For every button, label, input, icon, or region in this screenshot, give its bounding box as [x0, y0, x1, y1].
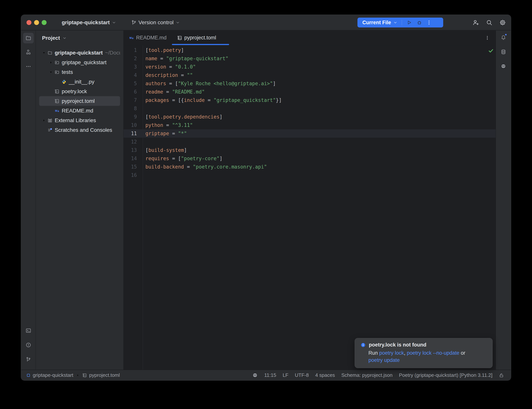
code-editor[interactable]: 1[tool.poetry]2name = "griptape-quicksta…: [124, 46, 496, 370]
structure-tool-button[interactable]: [24, 48, 33, 56]
line-number[interactable]: 14: [124, 154, 137, 163]
code-line-8[interactable]: 8: [124, 104, 496, 113]
line-separator[interactable]: LF: [283, 372, 288, 378]
project-selector[interactable]: griptape-quickstart: [62, 19, 116, 26]
desktop-background: griptape-quickstart Version control Curr…: [0, 0, 532, 409]
code-line-10[interactable]: 10python = "^3.11": [124, 121, 496, 129]
copilot-status[interactable]: [252, 372, 258, 378]
debug-button[interactable]: [416, 19, 422, 26]
notification-link[interactable]: poetry lock: [379, 350, 404, 356]
notification-text: ,: [404, 350, 407, 356]
code-line-5[interactable]: 5authors = ["Kyle Roche <hello@griptape.…: [124, 79, 496, 88]
line-number[interactable]: 6: [124, 88, 137, 96]
line-number[interactable]: 5: [124, 79, 137, 88]
line-number[interactable]: 15: [124, 163, 137, 171]
write-access-lock[interactable]: [499, 373, 504, 378]
breadcrumb-item[interactable]: [T]pyproject.toml: [82, 372, 120, 378]
chevron-right-icon[interactable]: [41, 118, 47, 122]
terminal-tool-button[interactable]: [24, 326, 33, 335]
code-line-3[interactable]: 3version = "0.1.0": [124, 63, 496, 71]
chevron-down-icon[interactable]: [41, 51, 47, 55]
line-number[interactable]: 12: [124, 138, 137, 146]
add-user-button[interactable]: [472, 19, 479, 26]
line-number[interactable]: 8: [124, 104, 137, 113]
more-run-options-button[interactable]: [426, 20, 432, 25]
code-line-11[interactable]: 11griptape = "*": [124, 129, 496, 138]
code-line-12[interactable]: 12: [124, 138, 496, 146]
tree-item--init-py[interactable]: __init__.py: [39, 77, 120, 86]
tree-item-external-libraries[interactable]: External Libraries: [39, 115, 120, 125]
indent-style[interactable]: 4 spaces: [315, 372, 335, 378]
line-number[interactable]: 7: [124, 96, 137, 104]
tab-readme-md[interactable]: MREADME.md: [124, 30, 172, 45]
line-number[interactable]: 10: [124, 121, 137, 129]
project-tool-button[interactable]: [23, 33, 34, 43]
ai-assistant-button[interactable]: [499, 62, 508, 70]
close-window-button[interactable]: [27, 20, 31, 25]
database-tool-button[interactable]: [499, 48, 508, 56]
json-schema[interactable]: Schema: pyproject.json: [341, 372, 393, 378]
tree-item-poetry-lock[interactable]: [T]poetry.lock: [39, 86, 120, 96]
chevron-down-icon[interactable]: [393, 20, 398, 25]
right-tool-stripe: [496, 30, 511, 370]
code-line-15[interactable]: 15build-backend = "poetry.core.masonry.a…: [124, 163, 496, 171]
tree-item-tests[interactable]: tests: [39, 67, 120, 77]
more-tools-button[interactable]: [24, 62, 33, 71]
line-number[interactable]: 11: [124, 129, 137, 138]
code-line-16[interactable]: 16: [124, 171, 496, 179]
tree-item-griptape-quickstart[interactable]: griptape_quickstart: [39, 57, 120, 67]
notification-link[interactable]: poetry update: [368, 357, 400, 363]
search-everywhere-button[interactable]: [486, 19, 492, 26]
tab-pyproject-toml[interactable]: [T]pyproject.toml: [172, 30, 229, 45]
tree-item-label: External Libraries: [55, 117, 96, 123]
ide-window: griptape-quickstart Version control Curr…: [21, 15, 511, 381]
version-control-tool-button[interactable]: [24, 355, 33, 363]
code-line-2[interactable]: 2name = "griptape-quickstart": [124, 54, 496, 63]
problems-tool-button[interactable]: [24, 341, 33, 349]
python-interpreter[interactable]: Poetry (griptape-quickstart) [Python 3.1…: [399, 372, 492, 378]
line-number[interactable]: 16: [124, 171, 137, 179]
code-line-4[interactable]: 4description = "": [124, 71, 496, 79]
run-button[interactable]: [406, 19, 412, 26]
line-number[interactable]: 1: [124, 46, 137, 54]
tree-item-scratches-and-consoles[interactable]: Scratches and Consoles: [39, 125, 120, 135]
fullscreen-window-button[interactable]: [42, 20, 46, 25]
settings-gear-button[interactable]: [499, 19, 506, 26]
tree-item-griptape-quickstart[interactable]: griptape-quickstart~/Docume: [39, 48, 120, 57]
notification-text: or: [459, 350, 465, 356]
chevron-down-icon[interactable]: [48, 70, 54, 74]
line-number[interactable]: 9: [124, 113, 137, 121]
vcs-widget[interactable]: Version control: [131, 19, 180, 26]
notification-link[interactable]: poetry lock --no-update: [407, 350, 459, 356]
line-number[interactable]: 2: [124, 54, 137, 63]
status-label: Schema: pyproject.json: [341, 372, 393, 378]
tree-item-pyproject-toml[interactable]: [T]pyproject.toml: [39, 96, 120, 106]
close-tab-button[interactable]: [219, 36, 224, 40]
minimize-window-button[interactable]: [34, 20, 39, 25]
run-configuration-selector[interactable]: Current File: [362, 20, 391, 26]
tab-options-kebab-button[interactable]: [485, 35, 490, 40]
code-line-6[interactable]: 6readme = "README.md": [124, 88, 496, 96]
run-widget: Current File: [358, 18, 443, 28]
project-panel-header[interactable]: Project: [36, 30, 123, 46]
code-line-14[interactable]: 14requires = ["poetry-core"]: [124, 154, 496, 163]
toml-icon: [T]: [82, 373, 87, 378]
folder-icon: [47, 50, 53, 55]
toml-icon: [T]: [54, 99, 60, 103]
code-line-9[interactable]: 9[tool.poetry.dependencies]: [124, 113, 496, 121]
title-bar: griptape-quickstart Version control Curr…: [21, 15, 511, 30]
breadcrumb-item[interactable]: griptape-quickstart: [26, 372, 73, 378]
line-number[interactable]: 13: [124, 146, 137, 154]
file-encoding[interactable]: UTF-8: [295, 372, 309, 378]
line-number[interactable]: 4: [124, 71, 137, 79]
code-line-13[interactable]: 13[build-system]: [124, 146, 496, 154]
chevron-right-icon[interactable]: [48, 60, 54, 65]
notification-balloon[interactable]: poetry.lock is not found Run poetry lock…: [355, 338, 493, 368]
line-number[interactable]: 3: [124, 63, 137, 71]
problems-icon: [26, 342, 31, 348]
code-line-1[interactable]: 1[tool.poetry]: [124, 46, 496, 54]
caret-position[interactable]: 11:15: [264, 372, 276, 378]
tree-item-readme-md[interactable]: MREADME.md: [39, 106, 120, 115]
code-line-7[interactable]: 7packages = [{include = "griptape_quicks…: [124, 96, 496, 104]
notifications-button[interactable]: [499, 33, 508, 42]
